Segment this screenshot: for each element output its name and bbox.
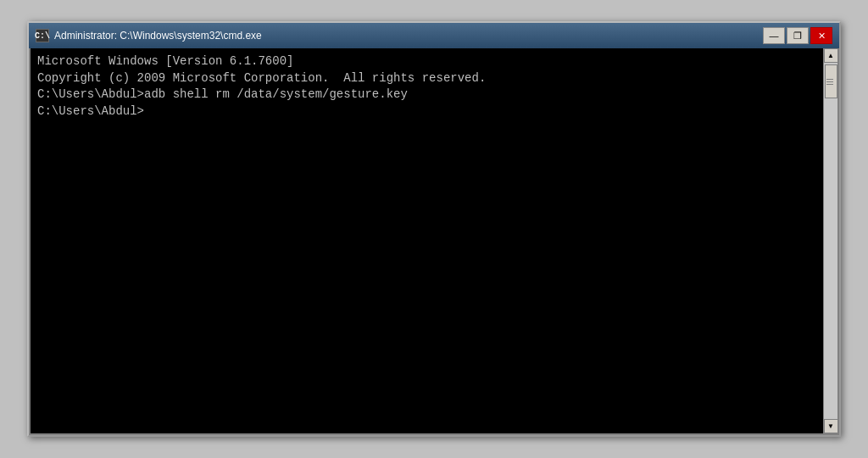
window-title: Administrator: C:\Windows\system32\cmd.e… (54, 30, 262, 42)
scroll-down-arrow[interactable]: ▼ (824, 419, 838, 433)
terminal-line-6: C:\Users\Abdul> (37, 103, 816, 120)
grip-line-1 (826, 79, 833, 80)
terminal-line-4: C:\Users\Abdul>adb shell rm /data/system… (37, 87, 816, 103)
grip-line-3 (826, 84, 833, 85)
window-controls: — ❐ ✕ (763, 27, 832, 44)
window-body: Microsoft Windows [Version 6.1.7600] Cop… (29, 48, 839, 435)
grip-line-2 (826, 81, 833, 82)
terminal-output[interactable]: Microsoft Windows [Version 6.1.7600] Cop… (31, 48, 823, 433)
scroll-track[interactable] (824, 63, 837, 419)
scroll-grip (826, 65, 833, 98)
maximize-button[interactable]: ❐ (787, 27, 809, 44)
close-button[interactable]: ✕ (810, 27, 832, 44)
cmd-icon: C:\ (36, 29, 49, 42)
title-bar: C:\ Administrator: C:\Windows\system32\c… (29, 23, 839, 48)
title-bar-left: C:\ Administrator: C:\Windows\system32\c… (36, 29, 262, 42)
scroll-thumb[interactable] (825, 64, 837, 98)
minimize-button[interactable]: — (763, 27, 785, 44)
scroll-up-arrow[interactable]: ▲ (824, 48, 838, 63)
vertical-scrollbar: ▲ ▼ (823, 48, 837, 433)
terminal-line-1: Microsoft Windows [Version 6.1.7600] (37, 53, 816, 70)
cmd-window: C:\ Administrator: C:\Windows\system32\c… (27, 21, 841, 437)
terminal-line-2: Copyright (c) 2009 Microsoft Corporation… (37, 70, 816, 87)
